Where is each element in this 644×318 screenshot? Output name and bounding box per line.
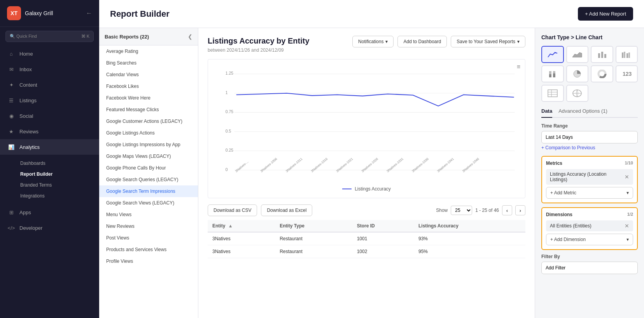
- prev-page-button[interactable]: ‹: [502, 205, 512, 215]
- metrics-header: Metrics 1/10: [546, 161, 633, 166]
- inbox-icon: ✉: [8, 66, 15, 73]
- metrics-count: 1/10: [625, 161, 633, 166]
- show-count-select[interactable]: 25 50 100: [451, 206, 472, 215]
- filter-label: Filter By: [541, 254, 638, 259]
- list-item[interactable]: Average Rating: [99, 45, 198, 57]
- list-item[interactable]: Google Listings Impressions by App: [99, 139, 198, 150]
- sidebar-item-analytics[interactable]: 📊 Analytics: [0, 139, 99, 155]
- back-button[interactable]: ←: [86, 10, 92, 17]
- sidebar-item-reviews[interactable]: ★ Reviews: [0, 124, 99, 139]
- table-row: 3Natives Restaurant 1001 93%: [208, 232, 525, 245]
- download-excel-button[interactable]: Download as Excel: [261, 204, 312, 216]
- chart-legend: Listings Accuracy: [214, 186, 519, 192]
- list-item[interactable]: Profile Views: [99, 255, 198, 267]
- chart-type-table[interactable]: [541, 85, 564, 102]
- col-entity-type[interactable]: Entity Type: [275, 220, 352, 232]
- notifications-button[interactable]: Notifications ▾: [352, 36, 394, 47]
- report-list-title: Basic Reports (22): [105, 34, 149, 40]
- report-list-header[interactable]: Basic Reports (22) ❮: [99, 28, 198, 45]
- sidebar-item-apps[interactable]: ⊞ Apps: [0, 204, 99, 220]
- svg-text:3Natives-1046: 3Natives-1046: [462, 157, 480, 173]
- col-store-id[interactable]: Store ID: [352, 220, 414, 232]
- sidebar-item-inbox[interactable]: ✉ Inbox: [0, 61, 99, 77]
- list-item[interactable]: Google Listings Actions: [99, 127, 198, 139]
- svg-rect-32: [553, 73, 555, 77]
- sidebar-item-content[interactable]: ✦ Content: [0, 77, 99, 93]
- chevron-down-icon: ▾: [626, 237, 629, 242]
- download-csv-button[interactable]: Download as CSV: [208, 204, 257, 216]
- cell-store-id: 1002: [352, 245, 414, 258]
- add-new-report-button[interactable]: + Add New Report: [578, 7, 633, 21]
- add-dimension-button[interactable]: + Add Dimension ▾: [546, 234, 633, 245]
- sidebar-item-home[interactable]: ⌂ Home: [0, 46, 99, 61]
- legend-line-indicator: [342, 189, 352, 189]
- next-page-button[interactable]: ›: [515, 205, 525, 215]
- svg-rect-28: [626, 53, 628, 58]
- list-item-active[interactable]: Google Search Term Impressions: [99, 185, 198, 197]
- dimensions-label: Dimensions: [546, 212, 572, 217]
- table-action-buttons: Download as CSV Download as Excel: [208, 204, 312, 216]
- sidebar-item-developer[interactable]: </> Developer: [0, 220, 99, 236]
- svg-rect-33: [553, 71, 555, 73]
- chart-type-area[interactable]: [566, 46, 589, 63]
- list-item[interactable]: Products and Services Views: [99, 244, 198, 255]
- cell-type: Restaurant: [275, 232, 352, 245]
- list-item[interactable]: Facebook Were Here: [99, 92, 198, 104]
- remove-metric-button[interactable]: ✕: [625, 174, 629, 180]
- svg-text:0.25: 0.25: [226, 148, 233, 152]
- svg-rect-26: [622, 52, 623, 58]
- quick-find-button[interactable]: 🔍 Quick Find ⌘ K: [5, 31, 94, 42]
- sidebar-logo: XT Galaxy Grill ←: [0, 0, 99, 27]
- list-item[interactable]: Post Views: [99, 232, 198, 244]
- remove-dimension-button[interactable]: ✕: [625, 223, 629, 229]
- cell-entity: 3Natives: [208, 232, 275, 245]
- subnav-dashboards[interactable]: Dashboards: [0, 158, 99, 169]
- list-item[interactable]: Google Search Queries (LEGACY): [99, 174, 198, 185]
- analytics-icon: 📊: [8, 143, 15, 150]
- list-item[interactable]: Menu Views: [99, 209, 198, 220]
- tab-advanced[interactable]: Advanced Options (1): [558, 108, 607, 117]
- list-item[interactable]: Google Customer Actions (LEGACY): [99, 115, 198, 127]
- table-row: 3Natives Restaurant 1002 95%: [208, 245, 525, 258]
- tab-data[interactable]: Data: [541, 108, 552, 118]
- list-item[interactable]: Bing Searches: [99, 57, 198, 69]
- dimensions-count: 1/2: [627, 212, 633, 217]
- sidebar-item-social[interactable]: ◉ Social: [0, 108, 99, 124]
- cell-type: Restaurant: [275, 245, 352, 258]
- sidebar-item-listings[interactable]: ☰ Listings: [0, 93, 99, 108]
- add-metric-button[interactable]: + Add Metric ▾: [546, 187, 633, 199]
- chart-type-bar3[interactable]: [541, 65, 564, 82]
- list-item[interactable]: Google Phone Calls By Hour: [99, 162, 198, 174]
- list-item[interactable]: Calendar Views: [99, 69, 198, 80]
- chart-type-bar[interactable]: [591, 46, 613, 63]
- subnav-report-builder[interactable]: Report Builder: [0, 169, 99, 180]
- filter-select[interactable]: Add Filter: [541, 262, 638, 274]
- subnav-integrations[interactable]: Integrations: [0, 190, 99, 201]
- chart-type-map[interactable]: [566, 85, 589, 102]
- time-range-select[interactable]: Last 14 Days Last 7 Days Last 30 Days: [541, 131, 638, 143]
- list-item[interactable]: Facebook Likes: [99, 80, 198, 92]
- svg-text:3Natives-1011: 3Natives-1011: [285, 157, 303, 173]
- list-item[interactable]: Featured Message Clicks: [99, 104, 198, 115]
- svg-rect-23: [598, 53, 600, 58]
- chart-type-number[interactable]: 123: [616, 65, 638, 82]
- chart-type-bar2[interactable]: [616, 46, 638, 63]
- chart-type-line[interactable]: [541, 46, 564, 63]
- chart-type-donut[interactable]: [591, 65, 613, 82]
- list-item[interactable]: Google Maps Views (LEGACY): [99, 150, 198, 162]
- add-to-dashboard-button[interactable]: Add to Dashboard: [397, 36, 447, 47]
- save-reports-button[interactable]: Save to Your Saved Reports ▾: [451, 36, 525, 47]
- home-icon: ⌂: [8, 50, 15, 57]
- comparison-link[interactable]: + Comparison to Previous: [541, 145, 638, 150]
- filter-section: Filter By Add Filter: [541, 254, 638, 274]
- svg-rect-31: [549, 71, 551, 74]
- col-entity[interactable]: Entity ▲: [208, 220, 275, 232]
- list-item[interactable]: Google Search Views (LEGACY): [99, 197, 198, 209]
- analytics-subnav: Dashboards Report Builder Branded Terms …: [0, 155, 99, 204]
- chart-type-pie[interactable]: [566, 65, 589, 82]
- col-listings-accuracy[interactable]: Listings Accuracy: [414, 220, 525, 232]
- collapse-icon[interactable]: ❮: [188, 33, 192, 40]
- sidebar-nav: ⌂ Home ✉ Inbox ✦ Content ☰ Listings ◉ So…: [0, 46, 99, 318]
- subnav-branded-terms[interactable]: Branded Terms: [0, 180, 99, 190]
- list-item[interactable]: New Reviews: [99, 220, 198, 232]
